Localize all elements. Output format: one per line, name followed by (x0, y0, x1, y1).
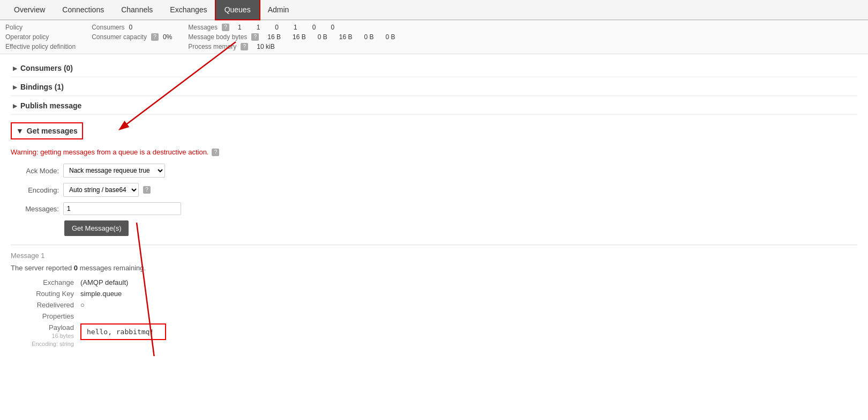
destructive-warning: Warning: getting messages from a queue i… (11, 148, 857, 156)
payload-box: hello, rabbitmq! (80, 323, 166, 340)
nav-queues[interactable]: Queues (216, 0, 259, 19)
publish-arrow-icon: ▶ (13, 103, 17, 109)
process-memory-help-icon[interactable]: ? (241, 43, 248, 50)
exchange-row: Exchange (AMQP default) (16, 278, 857, 286)
nav-connections[interactable]: Connections (54, 0, 113, 19)
redelivered-row: Redelivered ○ (16, 301, 857, 309)
process-memory-label: Process memory (188, 43, 236, 50)
ack-mode-select[interactable]: Nack message requeue true Nack message r… (63, 164, 165, 178)
routing-key-value: simple.queue (80, 290, 122, 298)
policy-label: Policy (5, 24, 23, 31)
consumer-capacity-label: Consumer capacity (92, 33, 147, 41)
msg-val-5: 0 (312, 24, 316, 31)
message-body-help-icon[interactable]: ? (251, 33, 259, 41)
encoding-help-icon[interactable]: ? (143, 186, 151, 194)
bytes-val-3: 0 B (318, 33, 327, 41)
payload-value-container: hello, rabbitmq! (80, 323, 166, 348)
publish-message-section[interactable]: ▶ Publish message (11, 97, 857, 115)
msg-val-6: 0 (331, 24, 334, 31)
consumers-label: Consumers (92, 24, 124, 31)
ack-mode-row: Ack Mode: Nack message requeue true Nack… (11, 164, 857, 178)
warning-text: Warning: getting messages from a queue i… (11, 148, 208, 156)
bytes-val-1: 16 B (267, 33, 281, 41)
consumers-section-label: Consumers (0) (20, 64, 73, 72)
get-messages-label: Get messages (27, 127, 78, 135)
consumers-arrow-icon: ▶ (13, 65, 17, 71)
ack-mode-label: Ack Mode: (11, 167, 59, 175)
bytes-val-2: 16 B (293, 33, 306, 41)
consumer-capacity-value: 0% (163, 33, 172, 41)
encoding-label: Encoding: (11, 186, 59, 194)
get-messages-button[interactable]: Get Message(s) (64, 220, 129, 236)
warning-help-icon[interactable]: ? (212, 149, 219, 156)
payload-encoding-label: Encoding: string (32, 341, 74, 347)
encoding-row: Encoding: Auto string / base64 base64 ? (11, 183, 857, 197)
nav-overview[interactable]: Overview (5, 0, 54, 19)
effective-policy-label: Effective policy definition (5, 43, 76, 50)
process-memory-value: 10 kiB (257, 43, 274, 50)
nav-admin[interactable]: Admin (259, 0, 298, 19)
get-messages-arrow-icon: ▼ (16, 127, 24, 135)
stats-bar: Policy Operator policy Effective policy … (0, 20, 868, 54)
operator-policy-label: Operator policy (5, 33, 49, 41)
bindings-section-label: Bindings (1) (20, 83, 64, 91)
message-result: Message 1 The server reported 0 messages… (11, 245, 857, 348)
nav-channels[interactable]: Channels (113, 0, 161, 19)
consumers-section[interactable]: ▶ Consumers (0) (11, 60, 857, 77)
msg-val-2: 1 (257, 24, 260, 31)
messages-count-label: Messages: (11, 205, 59, 213)
payload-label: Payload 16 bytes Encoding: string (16, 323, 80, 348)
detail-table: Exchange (AMQP default) Routing Key simp… (16, 278, 857, 348)
exchange-value: (AMQP default) (80, 278, 128, 286)
bindings-section[interactable]: ▶ Bindings (1) (11, 78, 857, 96)
remaining-count: 0 (74, 264, 78, 272)
bindings-arrow-icon: ▶ (13, 84, 17, 90)
bytes-val-4: 16 B (339, 33, 353, 41)
exchange-label: Exchange (16, 278, 80, 286)
consumers-value: 0 (129, 24, 133, 31)
policy-col: Policy Operator policy Effective policy … (5, 24, 76, 50)
redelivered-value: ○ (80, 301, 85, 309)
main-content: ▶ Consumers (0) ▶ Bindings (1) ▶ Publish… (0, 54, 868, 356)
msg-val-1: 1 (238, 24, 242, 31)
routing-key-row: Routing Key simple.queue (16, 290, 857, 298)
messages-help-icon[interactable]: ? (222, 24, 229, 31)
consumers-col: Consumers 0 Consumer capacity ? 0% (92, 24, 172, 50)
messages-count-row: Messages: (11, 202, 857, 215)
payload-size: 16 bytes (51, 333, 74, 339)
payload-row: Payload 16 bytes Encoding: string hello,… (16, 323, 857, 348)
message-title: Message 1 (11, 252, 857, 260)
server-info: The server reported 0 messages remaining… (11, 264, 857, 272)
redelivered-label: Redelivered (16, 301, 80, 309)
messages-count-input[interactable] (63, 202, 181, 215)
messages-col: Messages ? 1 1 0 1 0 0 Message body byte… (188, 24, 395, 50)
bytes-val-6: 0 B (385, 33, 395, 41)
properties-label: Properties (16, 312, 80, 320)
get-messages-section[interactable]: ▼ Get messages (11, 122, 83, 139)
msg-val-3: 0 (275, 24, 279, 31)
consumer-capacity-help-icon[interactable]: ? (151, 33, 159, 41)
nav-exchanges[interactable]: Exchanges (161, 0, 215, 19)
nav-bar: Overview Connections Channels Exchanges … (0, 0, 868, 20)
message-body-bytes-label: Message body bytes (188, 33, 247, 41)
publish-message-label: Publish message (20, 101, 81, 110)
bytes-val-5: 0 B (364, 33, 373, 41)
msg-val-4: 1 (294, 24, 297, 31)
routing-key-label: Routing Key (16, 290, 80, 298)
messages-label: Messages (188, 24, 218, 31)
encoding-select[interactable]: Auto string / base64 base64 (63, 183, 139, 197)
properties-row: Properties (16, 312, 857, 320)
